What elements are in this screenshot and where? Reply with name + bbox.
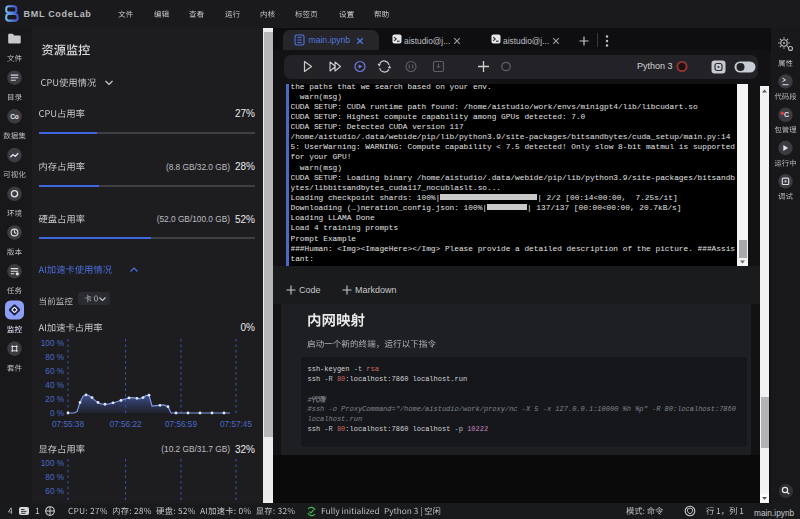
svg-text:C: C bbox=[784, 111, 789, 118]
